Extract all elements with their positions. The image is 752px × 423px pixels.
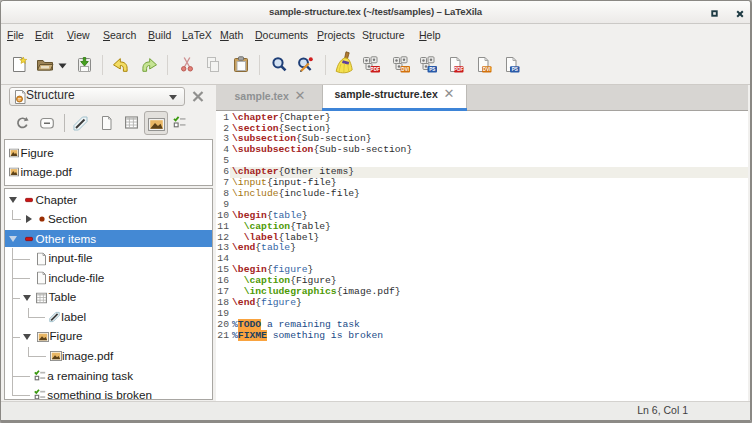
svg-text:DVI: DVI <box>483 67 491 72</box>
svg-text:PS: PS <box>512 67 518 72</box>
svg-text:PS: PS <box>429 67 435 72</box>
svg-text:DVI: DVI <box>401 67 409 72</box>
svg-text:PDF: PDF <box>371 67 380 72</box>
svg-text:PDF: PDF <box>454 67 463 72</box>
